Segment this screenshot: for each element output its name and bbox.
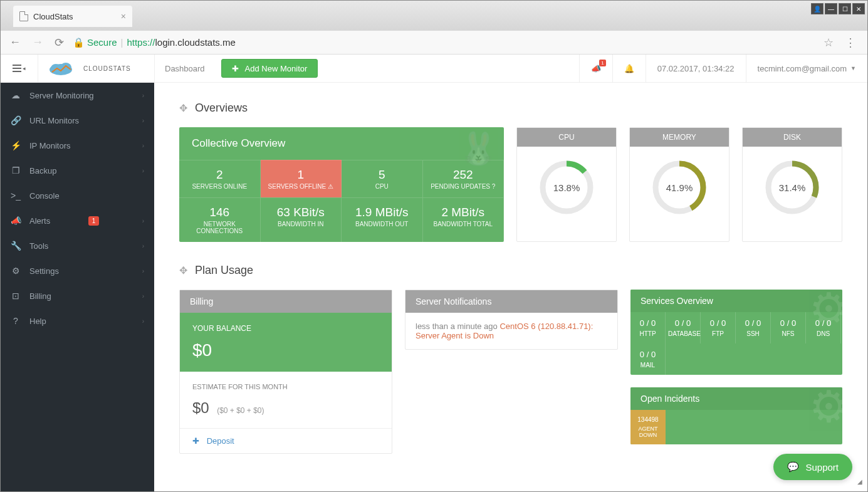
plan-usage-title: Plan Usage [195,264,253,277]
collective-cell[interactable]: 2SERVERS ONLINE [179,160,261,197]
support-button[interactable]: 💬 Support [773,454,852,480]
service-cell-nfs[interactable]: 0 / 0NFS [771,312,806,343]
move-icon[interactable]: ✥ [179,102,187,114]
move-icon[interactable]: ✥ [179,264,187,276]
gauge-card-disk: DISK31.4% [742,127,842,242]
chevron-right-icon: › [142,142,144,149]
service-count: 0 / 0 [703,318,733,328]
cell-label: NETWORK CONNECTIONS [186,221,254,234]
billing-header: Billing [180,290,392,313]
tab-title: CloudStats [33,12,73,21]
deposit-label: Deposit [207,436,234,446]
secure-indicator: 🔒 Secure [73,37,117,48]
sidebar-icon: ☁ [11,90,21,100]
sidebar-item-label: Settings [29,266,59,276]
sidebar-item-server-monitoring[interactable]: ☁Server Monitoring› [1,83,154,108]
incident-status: AGENT DOWN [637,426,659,438]
url-scheme: https:// [127,37,155,48]
bell-icon: 🔔 [624,64,634,73]
collective-overview-card: Collective Overview 🐰 2SERVERS ONLINE1SE… [179,127,504,242]
service-count: 0 / 0 [773,318,803,328]
cell-label: SERVERS ONLINE [186,183,254,190]
overviews-title: Overviews [195,102,248,115]
cell-label: CPU [348,183,416,190]
browser-tab[interactable]: CloudStats × [13,6,132,27]
close-window-button[interactable]: ✕ [852,3,865,14]
dashboard-link[interactable]: Dashboard [154,55,215,83]
deposit-button[interactable]: ✚ Deposit [180,428,392,453]
gauge-card-memory: MEMORY41.9% [629,127,729,242]
sidebar-icon: 🔗 [11,115,21,125]
service-cell-ftp[interactable]: 0 / 0FTP [701,312,736,343]
sidebar-icon: ⚙ [11,266,21,276]
cell-value: 2 MBit/s [429,206,498,219]
collective-cell[interactable]: 146NETWORK CONNECTIONS [179,197,261,242]
cell-label: BANDWIDTH OUT [348,221,416,228]
incident-item[interactable]: 134498 AGENT DOWN [630,410,666,444]
sidebar-item-tools[interactable]: 🔧Tools› [1,233,154,258]
sidebar-icon: ⚡ [11,140,21,150]
collective-cell[interactable]: 2 MBit/sBANDWIDTH TOTAL [423,197,505,242]
alert-badge: 1 [88,216,100,226]
service-cell-mail[interactable]: 0 / 0MAIL [630,343,666,375]
secure-label: Secure [87,37,117,48]
resize-handle-icon[interactable]: ◢ [857,478,862,485]
estimate-value: $0 [192,399,209,417]
chevron-right-icon: › [142,243,144,249]
gauge-title: DISK [743,128,842,147]
help-icon: ? [492,183,496,190]
url-bar[interactable]: 🔒 Secure | https://login.cloudstats.me [73,37,817,48]
collective-cell[interactable]: 63 KBit/sBANDWIDTH IN [261,197,342,242]
sidebar-item-backup[interactable]: ❐Backup› [1,158,154,183]
sidebar-item-label: Console [29,191,60,201]
cell-label: PENDING UPDATES ? [429,183,498,190]
browser-menu-icon[interactable]: ⋮ [840,36,861,50]
sidebar-item-alerts[interactable]: 📣Alerts1› [1,208,154,233]
sidebar-item-help[interactable]: ?Help› [1,308,154,333]
tab-close-icon[interactable]: × [121,11,126,21]
cell-label: BANDWIDTH IN [267,221,335,228]
service-cell-database[interactable]: 0 / 0DATABASE [666,312,701,343]
sidebar-toggle[interactable]: ◂ [1,55,38,83]
chevron-right-icon: › [142,167,144,174]
chevron-right-icon: › [142,92,144,99]
svg-point-2 [60,63,71,73]
bookmark-icon[interactable]: ☆ [824,36,834,50]
sidebar-item-label: Help [29,317,46,326]
service-label: DATABASE [668,330,698,337]
service-cell-http[interactable]: 0 / 0HTTP [630,312,666,343]
sidebar-item-label: IP Monitors [29,141,71,150]
cell-value: 63 KBit/s [267,206,335,219]
minimize-button[interactable]: — [825,3,837,14]
plus-icon: ✚ [192,436,199,446]
sidebar-item-ip-monitors[interactable]: ⚡IP Monitors› [1,133,154,158]
collective-cell[interactable]: 5CPU [342,160,423,197]
service-cell-ssh[interactable]: 0 / 0SSH [736,312,771,343]
chevron-right-icon: › [142,293,144,300]
page-icon [19,11,28,21]
announcements-button[interactable]: 📣 1 [579,55,612,83]
sidebar-item-settings[interactable]: ⚙Settings› [1,258,154,283]
gear-bg-icon: ⚙ [809,387,842,432]
sidebar-item-console[interactable]: >_Console [1,183,154,208]
logo [47,60,75,77]
cell-label: BANDWIDTH TOTAL [429,221,498,228]
chevron-right-icon: › [142,268,144,275]
chat-icon: 💬 [787,461,799,473]
warning-icon: ⚠ [328,183,333,190]
sidebar-item-url-monitors[interactable]: 🔗URL Monitors› [1,108,154,133]
datetime: 07.02.2017, 01:34:22 [646,55,746,83]
reload-icon[interactable]: ⟳ [52,33,66,52]
estimate-breakdown: ($0 + $0 + $0) [217,406,264,415]
user-menu[interactable]: tecmint.com@gmail.com ▼ [746,55,867,83]
sidebar-item-billing[interactable]: ⊡Billing› [1,283,154,308]
service-label: NFS [773,330,803,337]
collective-cell[interactable]: 1.9 MBit/sBANDWIDTH OUT [342,197,423,242]
user-button[interactable]: 👤 [811,3,824,14]
notifications-button[interactable]: 🔔 [612,55,646,83]
maximize-button[interactable]: ☐ [839,3,851,14]
back-icon[interactable]: ← [7,33,23,51]
add-monitor-button[interactable]: ✚ Add New Monitor [221,59,318,78]
forward-icon: → [29,33,46,51]
collective-cell[interactable]: 1SERVERS OFFLINE ⚠ [261,160,342,197]
